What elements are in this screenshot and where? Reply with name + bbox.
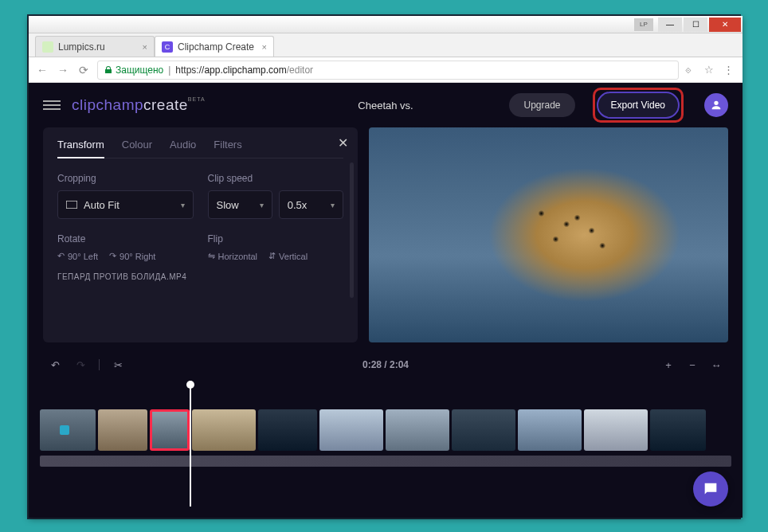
playhead-line [190,387,191,507]
timeline[interactable] [29,381,743,516]
multiplier-select[interactable]: 0.5x▾ [279,190,343,219]
panel-tabbar: Transform Colour Audio Filters [57,139,343,158]
chevron-down-icon: ▾ [331,201,335,209]
redo-button[interactable]: ↷ [73,359,88,371]
tab-title: Lumpics.ru [58,41,105,53]
cropping-label: Cropping [57,173,194,184]
favicon-icon [42,41,53,53]
zoom-out-button[interactable]: − [685,359,699,371]
window-titlebar: LP — ☐ ✕ [29,16,743,33]
url-text: https://app.clipchamp.com/editor [175,65,313,76]
chat-icon [702,480,719,498]
hamburger-menu-icon[interactable] [43,96,61,114]
panel-close-button[interactable]: ✕ [338,135,348,151]
browser-tab-clipchamp[interactable]: C Clipchamp Create × [155,36,274,57]
chevron-down-icon: ▾ [260,201,264,209]
svg-rect-0 [66,201,77,209]
zoom-in-button[interactable]: + [661,359,676,371]
favicon-icon: C [162,41,173,53]
translate-icon[interactable]: ⟐ [685,64,698,76]
url-input[interactable]: Защищено | https://app.clipchamp.com/edi… [97,61,679,80]
nav-reload-button[interactable]: ⟳ [76,63,91,77]
tab-close-icon[interactable]: × [262,42,267,52]
timeline-clip[interactable] [319,409,383,451]
timeline-time: 0:28 / 2:04 [362,359,409,370]
chevron-down-icon: ▾ [181,201,185,209]
audio-track[interactable] [40,456,731,467]
user-icon [710,99,723,111]
timeline-clip[interactable] [452,409,515,451]
lp-badge: LP [634,18,653,31]
video-preview[interactable] [369,127,728,342]
cropping-select[interactable]: Auto Fit▾ [57,190,194,219]
bookmark-star-icon[interactable]: ☆ [704,64,717,76]
clip-filename: ГЕПАРД ПРОТИВ БОЛИДА.MP4 [57,272,343,281]
flip-vertical-button[interactable]: ⇵ Vertical [268,251,308,261]
panel-scrollbar[interactable] [350,162,354,298]
timeline-clip[interactable] [258,409,317,451]
user-avatar[interactable] [704,93,728,117]
project-title[interactable]: Cheetah vs. [358,100,413,111]
export-highlight: Export Video [593,88,684,123]
browser-menu-icon[interactable]: ⋮ [723,64,736,76]
transform-panel: ✕ Transform Colour Audio Filters Croppin… [43,127,358,342]
speed-select[interactable]: Slow▾ [208,190,272,219]
window-close-button[interactable]: ✕ [709,18,741,32]
tab-transform[interactable]: Transform [57,139,104,158]
nav-forward-button[interactable]: → [56,63,70,77]
timeline-clip[interactable] [518,409,582,451]
timeline-toolbar: ↶ ↷ ✂ 0:28 / 2:04 + − ↔ [29,349,743,381]
chat-help-button[interactable] [693,471,728,507]
address-bar: ← → ⟳ Защищено | https://app.clipchamp.c… [29,57,743,83]
video-track[interactable] [40,409,731,456]
rotate-left-button[interactable]: ↶ 90° Left [57,251,98,261]
window-maximize-button[interactable]: ☐ [684,18,707,32]
tab-close-icon[interactable]: × [143,42,147,52]
cut-button[interactable]: ✂ [111,359,125,371]
timeline-clip[interactable] [650,409,706,451]
window-minimize-button[interactable]: — [658,18,682,32]
timeline-clip[interactable] [386,409,449,451]
timeline-clip[interactable] [584,409,648,451]
secure-badge: Защищено [104,65,163,76]
undo-button[interactable]: ↶ [48,359,62,371]
nav-back-button[interactable]: ← [35,63,49,77]
export-video-button[interactable]: Export Video [597,92,680,119]
zoom-fit-button[interactable]: ↔ [709,359,723,371]
clipchamp-logo[interactable]: clipchampcreateBETA [72,96,206,114]
upgrade-button[interactable]: Upgrade [509,93,574,117]
rotate-right-button[interactable]: ↷ 90° Right [109,251,155,261]
fit-icon [66,201,77,209]
browser-tab-lumpics[interactable]: Lumpics.ru × [35,36,155,57]
app-header: clipchampcreateBETA Cheetah vs. Upgrade … [29,83,743,127]
timeline-clip[interactable] [192,409,256,451]
timeline-clip-selected[interactable] [150,409,190,451]
preview-frame [369,127,728,342]
flip-label: Flip [208,233,344,244]
clipspeed-label: Clip speed [208,173,344,184]
browser-tabstrip: Lumpics.ru × C Clipchamp Create × [29,33,743,57]
flip-horizontal-button[interactable]: ⇋ Horizontal [208,251,258,261]
tab-audio[interactable]: Audio [170,139,196,151]
tab-filters[interactable]: Filters [214,139,241,151]
timeline-clip[interactable] [40,409,96,451]
tab-title: Clipchamp Create [178,41,254,53]
timeline-clip[interactable] [98,409,147,451]
tab-colour[interactable]: Colour [122,139,152,151]
rotate-label: Rotate [57,233,194,244]
lock-icon [104,66,112,74]
